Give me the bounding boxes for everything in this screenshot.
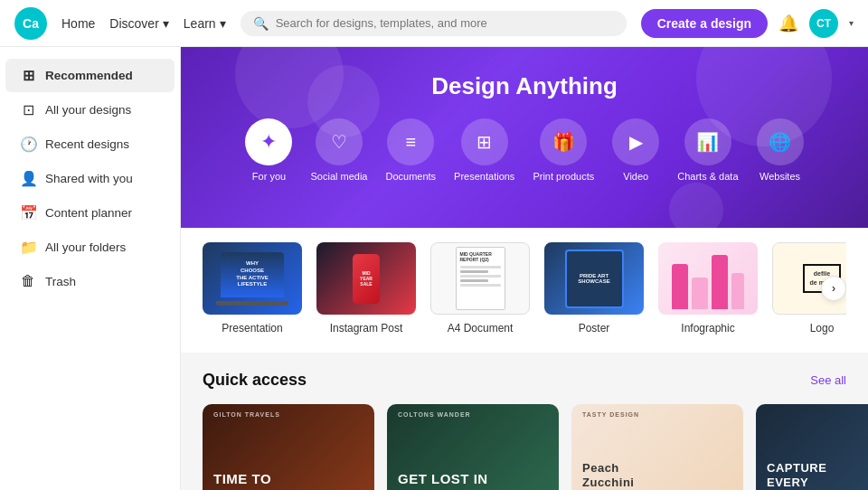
documents-icon-circle: ≡ — [387, 118, 434, 165]
instagram-label: Instagram Post — [330, 322, 403, 335]
hero-icon-video[interactable]: ▶ Video — [612, 118, 659, 182]
video-label: Video — [623, 171, 648, 182]
shared-icon: 👤 — [20, 170, 36, 187]
card-1-small-label: GILTON TRAVELS — [213, 411, 280, 418]
sidebar-item-label: Shared with you — [45, 172, 133, 185]
quick-access-title: Quick access — [203, 371, 307, 390]
sidebar-item-label: All your folders — [45, 240, 126, 254]
card-peach-zucchini[interactable]: TASTY DESIGN PeachZucchiniMuffins — [571, 404, 743, 490]
see-all-button[interactable]: See all — [810, 373, 846, 387]
phone-icon: MIDYEARSALE — [353, 254, 380, 304]
social-media-label: Social media — [310, 171, 367, 182]
template-presentation[interactable]: WHYCHOOSETHE ACTIVELIFESTYLE Presentatio… — [203, 242, 302, 335]
sidebar-item-folders[interactable]: 📁 All your folders — [5, 231, 175, 264]
learn-link[interactable]: Learn ▾ — [184, 16, 226, 31]
for-you-label: For you — [252, 171, 286, 182]
hero-banner: Design Anything ✦ For you ♡ Social media — [181, 47, 868, 228]
presentation-thumb: WHYCHOOSETHE ACTIVELIFESTYLE — [203, 242, 302, 315]
card-3-text: PeachZucchiniMuffins — [571, 452, 743, 490]
trash-icon: 🗑 — [20, 273, 36, 289]
sidebar-item-recommended[interactable]: ⊞ Recommended — [5, 59, 175, 92]
card-2-small-label: COLTONS WANDER — [398, 411, 471, 418]
search-icon: 🔍 — [253, 16, 269, 31]
sidebar: ⊞ Recommended ⊡ All your designs 🕐 Recen… — [0, 47, 181, 490]
notifications-icon[interactable]: 🔔 — [778, 14, 798, 33]
hero-title: Design Anything — [431, 72, 618, 100]
template-instagram[interactable]: MIDYEARSALE Instagram Post — [316, 242, 416, 335]
quick-access-cards: GILTON TRAVELS TIME TOGET LOST COLTONS W… — [203, 404, 846, 490]
template-a4doc[interactable]: MID QUARTER REPORT (Q2) A4 Document — [430, 242, 530, 335]
quick-access-header: Quick access See all — [203, 371, 846, 390]
search-bar[interactable]: 🔍 — [241, 11, 627, 36]
discover-chevron-icon: ▾ — [163, 16, 169, 31]
nav-right: Create a design 🔔 CT ▾ — [641, 9, 854, 38]
all-designs-icon: ⊡ — [20, 101, 36, 118]
card-capture-every-mo[interactable]: CAPTUREEVERYMO... — [756, 404, 868, 490]
websites-label: Websites — [760, 171, 800, 182]
planner-icon: 📅 — [20, 204, 36, 221]
sidebar-item-label: Trash — [45, 275, 76, 288]
infographic-thumb — [658, 242, 758, 315]
print-icon-circle: 🎁 — [540, 118, 587, 165]
for-you-icon: ✦ — [260, 130, 277, 154]
video-icon: ▶ — [629, 131, 643, 153]
presentations-icon: ⊞ — [476, 131, 492, 153]
a4doc-label: A4 Document — [448, 322, 514, 335]
sidebar-item-label: Content planner — [45, 206, 132, 220]
card-1-text: TIME TOGET LOST — [203, 462, 374, 490]
main-layout: ⊞ Recommended ⊡ All your designs 🕐 Recen… — [0, 47, 868, 490]
templates-section: WHYCHOOSETHE ACTIVELIFESTYLE Presentatio… — [181, 228, 868, 353]
card-4-text: CAPTUREEVERYMO... — [756, 452, 868, 490]
sidebar-item-trash[interactable]: 🗑 Trash — [5, 265, 175, 297]
poster-thumb: PRIDE ARTSHOWCASE — [544, 242, 644, 315]
discover-link[interactable]: Discover ▾ — [109, 16, 168, 31]
charts-label: Charts & data — [677, 171, 738, 182]
presentations-icon-circle: ⊞ — [461, 118, 508, 165]
recent-icon: 🕐 — [20, 136, 36, 153]
documents-icon: ≡ — [405, 132, 416, 153]
card-3-small-label: TASTY DESIGN — [582, 411, 639, 418]
template-poster[interactable]: PRIDE ARTSHOWCASE Poster — [544, 242, 644, 335]
sidebar-item-recent[interactable]: 🕐 Recent designs — [5, 127, 175, 161]
main-content: Design Anything ✦ For you ♡ Social media — [181, 47, 868, 490]
create-design-button[interactable]: Create a design — [641, 9, 768, 38]
canva-logo[interactable]: Ca — [14, 7, 47, 40]
template-infographic[interactable]: Infographic — [658, 242, 758, 335]
sidebar-item-shared[interactable]: 👤 Shared with you — [5, 162, 175, 195]
folders-icon: 📁 — [20, 239, 36, 256]
video-icon-circle: ▶ — [612, 118, 659, 165]
card-2-text: GET LOST INSTOCKHOLM — [387, 462, 559, 490]
avatar-chevron-icon[interactable]: ▾ — [849, 18, 854, 28]
charts-icon: 📊 — [696, 131, 719, 153]
learn-chevron-icon: ▾ — [220, 16, 226, 31]
recommended-icon: ⊞ — [20, 67, 36, 84]
sidebar-item-all-designs[interactable]: ⊡ All your designs — [5, 93, 175, 127]
templates-row: WHYCHOOSETHE ACTIVELIFESTYLE Presentatio… — [203, 242, 846, 335]
presentations-label: Presentations — [454, 171, 514, 182]
hero-icon-print[interactable]: 🎁 Print products — [533, 118, 594, 182]
hero-icon-documents[interactable]: ≡ Documents — [385, 118, 436, 182]
instagram-thumb: MIDYEARSALE — [316, 242, 416, 315]
sidebar-item-planner[interactable]: 📅 Content planner — [5, 196, 175, 230]
chevron-right-icon: › — [832, 282, 835, 295]
hero-icon-presentations[interactable]: ⊞ Presentations — [454, 118, 514, 182]
a4doc-thumb: MID QUARTER REPORT (Q2) — [430, 242, 530, 315]
home-link[interactable]: Home — [61, 16, 95, 31]
infographic-label: Infographic — [681, 322, 734, 335]
print-icon: 🎁 — [552, 131, 575, 153]
top-navigation: Ca Home Discover ▾ Learn ▾ 🔍 Create a de… — [0, 0, 868, 47]
card-get-lost-stockholm[interactable]: COLTONS WANDER GET LOST INSTOCKHOLM — [387, 404, 559, 490]
quick-access-section: Quick access See all GILTON TRAVELS TIME… — [181, 353, 868, 490]
documents-label: Documents — [385, 171, 436, 182]
templates-next-arrow[interactable]: › — [821, 276, 846, 301]
search-input[interactable] — [276, 16, 614, 30]
laptop-icon: WHYCHOOSETHE ACTIVELIFESTYLE — [221, 252, 284, 297]
document-icon: MID QUARTER REPORT (Q2) — [456, 247, 505, 310]
sidebar-item-label: All your designs — [45, 103, 131, 117]
presentation-label: Presentation — [222, 322, 282, 335]
avatar[interactable]: CT — [809, 9, 838, 38]
sidebar-item-label: Recommended — [45, 69, 133, 82]
print-label: Print products — [533, 171, 594, 182]
sidebar-item-label: Recent designs — [45, 137, 129, 151]
card-time-to-get-lost[interactable]: GILTON TRAVELS TIME TOGET LOST — [203, 404, 374, 490]
